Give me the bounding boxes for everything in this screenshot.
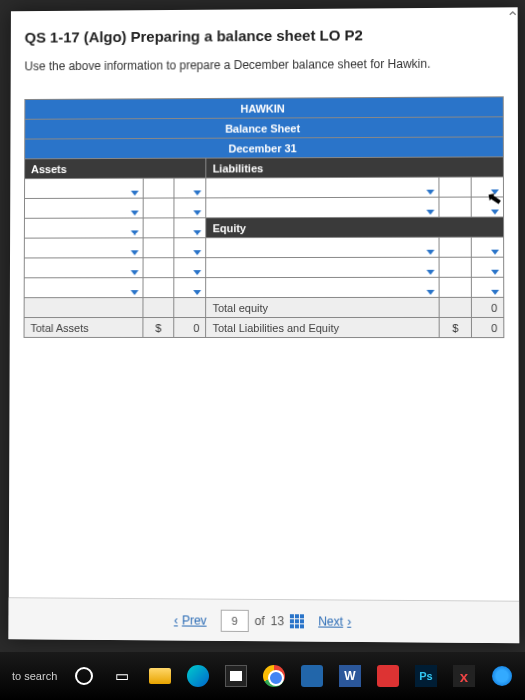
currency-cell (143, 198, 175, 218)
equity-value-input[interactable] (471, 277, 503, 297)
sheet-title: Balance Sheet (25, 117, 504, 139)
cortana-icon[interactable] (69, 661, 99, 691)
next-button[interactable]: Next › (318, 614, 351, 628)
total-equity-label: Total equity (206, 297, 439, 317)
currency-cell (439, 297, 471, 317)
collapse-chevron-icon[interactable]: ⌃ (506, 8, 519, 27)
page-total: 13 (271, 614, 284, 628)
asset-name-input[interactable] (25, 178, 143, 198)
currency-cell (439, 277, 471, 297)
app-icon[interactable] (373, 661, 403, 691)
company-header: HAWKIN (25, 97, 503, 119)
page-indicator: 9 of 13 (221, 609, 305, 632)
total-liab-eq-label: Total Liabilities and Equity (206, 317, 439, 337)
photoshop-icon[interactable]: Ps (411, 661, 441, 691)
balance-sheet-table: HAWKIN Balance Sheet December 31 Assets … (24, 96, 505, 338)
currency-cell (143, 258, 175, 278)
asset-name-input[interactable] (24, 238, 142, 258)
file-explorer-icon[interactable] (145, 661, 175, 691)
chrome-icon[interactable] (259, 661, 289, 691)
currency-cell (143, 178, 175, 198)
total-equity-value: 0 (471, 297, 503, 317)
total-assets-label: Total Assets (24, 318, 143, 338)
asset-value-input[interactable] (174, 178, 206, 198)
liab-name-input[interactable] (206, 177, 439, 198)
task-view-icon[interactable]: ▭ (107, 661, 137, 691)
total-assets-value: 0 (174, 318, 206, 338)
close-app-icon[interactable]: x (449, 661, 479, 691)
sheet-date: December 31 (25, 137, 504, 159)
equity-value-input[interactable] (471, 257, 503, 277)
prev-label: Prev (182, 613, 207, 627)
chevron-right-icon: › (347, 614, 351, 628)
equity-name-input[interactable] (206, 277, 439, 297)
blank-cell (174, 298, 206, 318)
currency-cell (439, 197, 471, 217)
blank-cell (143, 298, 175, 318)
word-icon[interactable]: W (335, 661, 365, 691)
equity-name-input[interactable] (206, 257, 439, 277)
next-label: Next (318, 614, 343, 628)
question-nav-bar: ‹ Prev 9 of 13 Next › (9, 597, 520, 643)
currency-symbol: $ (439, 317, 471, 337)
question-instruction: Use the above information to prepare a D… (24, 56, 503, 73)
app-screen: QS 1-17 (Algo) Preparing a balance sheet… (9, 7, 520, 643)
currency-symbol: $ (142, 318, 174, 338)
asset-name-input[interactable] (24, 258, 142, 278)
page-current: 9 (231, 614, 237, 626)
asset-name-input[interactable] (24, 218, 142, 238)
asset-value-input[interactable] (174, 258, 206, 278)
asset-value-input[interactable] (174, 198, 206, 218)
currency-cell (439, 257, 471, 277)
currency-cell (439, 237, 471, 257)
equity-header: Equity (206, 217, 503, 238)
windows-taskbar: to search ▭ W Ps x (0, 652, 525, 700)
currency-cell (143, 218, 175, 238)
prev-button[interactable]: ‹ Prev (174, 613, 207, 627)
asset-name-input[interactable] (24, 278, 142, 298)
total-liab-eq-value: 0 (472, 317, 504, 337)
asset-value-input[interactable] (174, 238, 206, 258)
equity-name-input[interactable] (206, 237, 439, 257)
liabilities-header: Liabilities (206, 157, 503, 178)
taskbar-search-text[interactable]: to search (8, 670, 57, 682)
question-area: QS 1-17 (Algo) Preparing a balance sheet… (10, 7, 519, 348)
asset-value-input[interactable] (174, 218, 206, 238)
currency-cell (143, 238, 175, 258)
blank-cell (24, 298, 142, 318)
app-icon[interactable] (487, 661, 517, 691)
currency-cell (143, 278, 175, 298)
asset-name-input[interactable] (24, 198, 142, 218)
assets-header: Assets (25, 158, 207, 179)
liab-name-input[interactable] (206, 197, 439, 218)
equity-value-input[interactable] (471, 237, 503, 257)
asset-value-input[interactable] (174, 278, 206, 298)
page-sep: of (255, 613, 265, 627)
currency-cell (439, 177, 471, 197)
grid-icon[interactable] (290, 614, 304, 628)
store-icon[interactable] (221, 661, 251, 691)
page-current-box[interactable]: 9 (221, 609, 249, 631)
edge-icon[interactable] (183, 661, 213, 691)
app-icon[interactable] (297, 661, 327, 691)
chevron-left-icon: ‹ (174, 613, 178, 627)
question-title: QS 1-17 (Algo) Preparing a balance sheet… (25, 25, 504, 45)
